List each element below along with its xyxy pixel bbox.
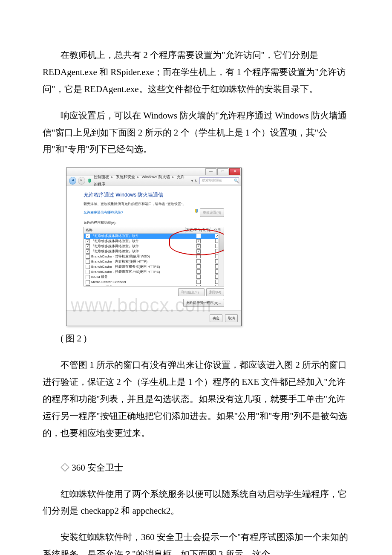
shield-icon [87, 178, 92, 183]
section-heading-360: ◇ 360 安全卫士 [43, 459, 349, 477]
page-subtext: 若要添加、更改或删除所有允许的程序和端口，请单击 "更改设置"。 [84, 201, 224, 207]
section-heading-text: ◇ 360 安全卫士 [61, 462, 123, 473]
risk-link[interactable]: 允许程序通信有哪些风险? [84, 209, 123, 216]
breadcrumb-syssec[interactable]: 系统和安全 [116, 175, 135, 179]
row-label: 『红蜘蛛多媒体网络教室』软件 [91, 249, 139, 254]
private-checkbox[interactable]: ✓ [196, 239, 201, 243]
column-private[interactable]: 家庭/工作(专用) [185, 227, 210, 233]
cancel-button[interactable]: 取消 [225, 314, 238, 322]
private-checkbox[interactable] [196, 285, 201, 286]
paragraph-1: 在教师机上，总共有 2 个程序需要设置为"允许访问"，它们分别是 REDAgen… [43, 47, 349, 98]
list-header: 名称 家庭/工作(专用) 公用 [84, 227, 224, 234]
navigation-bar: ◄ ► 控制面板 ▸ 系统和安全 ▸ Windows 防火墙 ▸ 允许的程序 ▾… [66, 176, 241, 186]
row-checkbox[interactable] [86, 275, 90, 279]
paragraph-5: 安装红蜘蛛软件时，360 安全卫士会提示一个"有程序试图添加一个未知的系统服务，… [43, 529, 349, 555]
search-icon[interactable]: 🔍 [234, 177, 239, 185]
allow-another-program-button[interactable]: 允许运行另一程序(R)... [183, 299, 224, 307]
table-row[interactable]: BranchCache - 托管缓存客户端(使用 HTTPS) [84, 269, 224, 275]
private-checkbox[interactable] [196, 254, 201, 258]
private-checkbox[interactable] [196, 275, 201, 279]
row-checkbox[interactable] [86, 280, 90, 284]
paragraph-4: 红蜘蛛软件使用了两个系统服务以便可以随系统自动启动学生端程序，它们分别是 che… [43, 486, 349, 520]
private-checkbox[interactable] [196, 269, 201, 274]
paragraph-2: 响应设置后，可以在 Windows 防火墙的"允许程序通过 Windows 防火… [43, 107, 349, 159]
private-checkbox[interactable]: ✓ [196, 249, 201, 254]
page-heading: 允许程序通过 Windows 防火墙通信 [84, 190, 224, 200]
row-label: 『红蜘蛛多媒体网络教室』软件 [91, 239, 139, 244]
row-checkbox[interactable]: ✓ [86, 234, 90, 238]
chevron-icon: ▸ [111, 175, 113, 179]
close-button[interactable]: ✕ [229, 168, 240, 175]
row-checkbox[interactable]: ✓ [86, 239, 90, 243]
figure-2-screenshot: — □ ✕ ◄ ► 控制面板 ▸ 系统和安全 ▸ Windows 防火墙 ▸ [66, 168, 349, 326]
back-button[interactable]: ◄ [69, 177, 76, 185]
row-checkbox[interactable] [86, 260, 90, 264]
private-checkbox[interactable] [196, 264, 201, 269]
row-label: BranchCache - 托管缓存客户端(使用 HTTPS) [91, 269, 160, 275]
table-row[interactable]: ✓『红蜘蛛多媒体网络教室』软件✓ [84, 249, 224, 254]
row-checkbox[interactable]: ✓ [86, 244, 90, 249]
chevron-icon: ▸ [137, 175, 139, 179]
row-label: BranchCache - 托管缓存服务器(使用 HTTPS) [91, 264, 160, 269]
scrollbar-thumb[interactable] [219, 234, 224, 251]
row-checkbox[interactable]: ✓ [86, 249, 90, 254]
private-checkbox[interactable] [196, 259, 201, 263]
table-row[interactable]: BranchCache - 内容检索(使用 HTTP) [84, 259, 224, 264]
table-row[interactable]: ✓『红蜘蛛多媒体网络教室』软件✓ [84, 234, 224, 239]
scrollbar[interactable] [218, 233, 224, 286]
table-row[interactable]: Media Center Extender [84, 280, 224, 285]
dialog-footer: 确定 取消 [66, 310, 241, 326]
search-input[interactable]: 搜索控制面板 [199, 177, 239, 184]
column-name[interactable]: 名称 [84, 227, 185, 233]
private-checkbox[interactable] [196, 280, 201, 284]
row-label: 『红蜘蛛多媒体网络教室』软件 [91, 244, 139, 249]
row-label: BranchCache - 对等机发现(使用 WSD) [91, 254, 150, 259]
shield-icon [194, 208, 199, 214]
breadcrumb-firewall[interactable]: Windows 防火墙 [142, 175, 170, 179]
ok-button[interactable]: 确定 [210, 314, 222, 322]
table-row[interactable]: Netlogon 服务 [84, 285, 224, 286]
firewall-dialog: — □ ✕ ◄ ► 控制面板 ▸ 系统和安全 ▸ Windows 防火墙 ▸ [66, 168, 242, 326]
row-checkbox[interactable] [86, 265, 90, 269]
details-button[interactable]: 详细信息(L)... [178, 288, 205, 296]
row-checkbox[interactable] [86, 270, 90, 274]
table-row[interactable]: BranchCache - 托管缓存服务器(使用 HTTPS) [84, 264, 224, 269]
breadcrumb-root[interactable]: 控制面板 [94, 175, 109, 179]
row-label: 『红蜘蛛多媒体网络教室』软件 [91, 234, 139, 239]
private-checkbox[interactable]: ✓ [196, 244, 201, 249]
row-label: Media Center Extender [91, 280, 126, 285]
allowed-programs-list[interactable]: 名称 家庭/工作(专用) 公用 ✓『红蜘蛛多媒体网络教室』软件✓✓『红蜘蛛多媒体… [84, 227, 224, 286]
row-label: iSCSI 服务 [91, 275, 108, 280]
private-checkbox[interactable] [196, 234, 201, 238]
list-label: 允许的程序和功能(A): [84, 220, 224, 226]
figure-2-caption: ( 图 2 ) [43, 330, 349, 347]
row-checkbox[interactable] [86, 254, 90, 259]
minimize-button[interactable]: — [205, 168, 216, 175]
change-settings-button[interactable]: 更改设置(N) [200, 208, 224, 217]
row-label: BranchCache - 内容检索(使用 HTTP) [91, 259, 147, 264]
chevron-icon: ▸ [172, 175, 174, 179]
paragraph-3: 不管图 1 所示的窗口有没有弹出来让你设置，都应该进入图 2 所示的窗口进行验证… [43, 357, 349, 442]
maximize-button[interactable]: □ [217, 168, 228, 175]
table-row[interactable]: iSCSI 服务 [84, 275, 224, 280]
row-label: Netlogon 服务 [91, 285, 112, 286]
table-row[interactable]: ✓『红蜘蛛多媒体网络教室』软件✓ [84, 239, 224, 244]
column-public[interactable]: 公用 [210, 227, 224, 233]
table-row[interactable]: ✓『红蜘蛛多媒体网络教室』软件✓ [84, 244, 224, 249]
row-checkbox[interactable] [86, 285, 90, 286]
table-row[interactable]: BranchCache - 对等机发现(使用 WSD) [84, 254, 224, 259]
remove-button[interactable]: 删除(M) [206, 288, 224, 296]
forward-button[interactable]: ► [78, 177, 85, 185]
